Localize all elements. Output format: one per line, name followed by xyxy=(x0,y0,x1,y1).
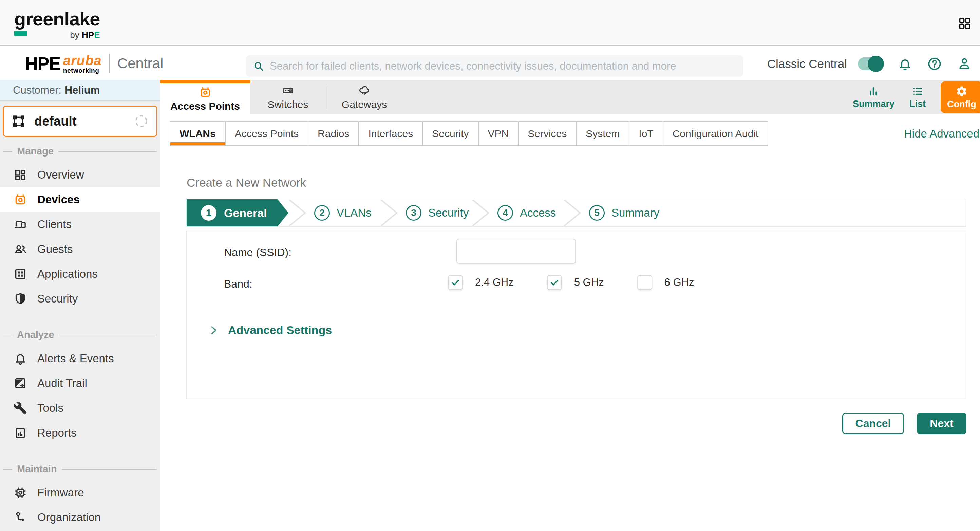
band-label: Band: xyxy=(224,278,253,290)
sidebar-item-devices[interactable]: Devices xyxy=(0,187,160,212)
view-label: Config xyxy=(947,99,976,110)
sidebar-item-label: Overview xyxy=(37,168,84,181)
wizard-step-security[interactable]: 3 Security xyxy=(399,199,472,226)
step-label: VLANs xyxy=(337,206,372,219)
wizard-separator xyxy=(380,199,399,226)
subtab-wlans[interactable]: WLANs xyxy=(170,121,226,146)
page-title: Create a New Network xyxy=(187,176,306,190)
wizard-separator xyxy=(563,199,582,226)
wizard-separator xyxy=(472,199,491,226)
device-tabs-row: Access Points Switches xyxy=(160,80,980,115)
tab-access-points[interactable]: Access Points xyxy=(160,80,250,115)
subtab-services[interactable]: Services xyxy=(519,121,576,146)
list-view-button[interactable]: List xyxy=(909,86,926,109)
gear-icon xyxy=(956,85,968,97)
wizard-step-summary[interactable]: 5 Summary xyxy=(582,199,655,226)
applications-icon xyxy=(14,267,27,281)
search-icon xyxy=(253,61,264,72)
subtab-vpn[interactable]: VPN xyxy=(479,121,519,146)
subtab-system[interactable]: System xyxy=(576,121,630,146)
hide-advanced-link[interactable]: Hide Advanced xyxy=(904,121,979,146)
subtab-radios[interactable]: Radios xyxy=(309,121,359,146)
band-options: 2.4 GHz 5 GHz xyxy=(448,275,727,290)
sidebar-item-security[interactable]: Security xyxy=(0,286,160,311)
gateway-cloud-icon xyxy=(358,84,371,97)
sidebar-item-label: Clients xyxy=(37,218,72,231)
config-view-button[interactable]: Config xyxy=(941,81,980,113)
band-option-label: 5 GHz xyxy=(574,276,604,289)
wrench-icon xyxy=(14,401,27,415)
hpe-aruba-logo: HPE aruba networking Central xyxy=(25,53,163,74)
subtab-label: System xyxy=(586,128,620,140)
hpe-logo-text: HPE xyxy=(25,53,60,74)
list-icon xyxy=(912,86,923,97)
subtab-access-points[interactable]: Access Points xyxy=(226,121,309,146)
wizard-actions: Cancel Next xyxy=(842,413,966,434)
app-grid-icon[interactable] xyxy=(958,16,972,30)
sidebar-item-label: Guests xyxy=(37,243,73,256)
step-number: 2 xyxy=(314,205,330,221)
global-search[interactable] xyxy=(246,55,743,77)
sidebar-item-firmware[interactable]: Firmware xyxy=(0,480,160,505)
sidebar-item-tools[interactable]: Tools xyxy=(0,395,160,420)
sidebar-item-label: Audit Trail xyxy=(37,377,87,390)
bell-icon[interactable] xyxy=(898,57,912,71)
sidebar-item-guests[interactable]: Guests xyxy=(0,237,160,262)
band-2-4ghz-checkbox[interactable] xyxy=(448,275,463,290)
wizard-step-access[interactable]: 4 Access xyxy=(491,199,563,226)
step-number: 3 xyxy=(406,205,422,221)
band-option-label: 2.4 GHz xyxy=(475,276,514,289)
sidebar-item-reports[interactable]: Reports xyxy=(0,420,160,445)
sidebar-item-label: Organization xyxy=(37,511,101,524)
audit-trail-icon xyxy=(14,376,27,390)
help-icon[interactable] xyxy=(927,56,942,71)
header-divider xyxy=(109,54,110,73)
sidebar-item-applications[interactable]: Applications xyxy=(0,262,160,286)
group-selector[interactable]: default xyxy=(3,105,158,137)
access-point-icon xyxy=(199,86,212,99)
sidebar-item-alerts-events[interactable]: Alerts & Events xyxy=(0,346,160,371)
classic-central-label: Classic Central xyxy=(767,57,847,71)
classic-central-toggle[interactable] xyxy=(858,57,883,70)
wizard-step-general[interactable]: 1 General xyxy=(187,199,288,226)
section-label-text: Analyze xyxy=(17,329,54,341)
band-6ghz-checkbox[interactable] xyxy=(637,275,652,290)
cancel-button[interactable]: Cancel xyxy=(842,413,904,434)
subtab-label: Configuration Audit xyxy=(673,128,759,140)
band-option-label: 6 GHz xyxy=(664,276,694,289)
bar-chart-icon xyxy=(868,86,879,97)
customer-label: Customer: xyxy=(13,84,61,96)
step-label: Security xyxy=(428,206,469,219)
subtab-configuration-audit[interactable]: Configuration Audit xyxy=(663,121,768,146)
advanced-settings-toggle[interactable]: Advanced Settings xyxy=(208,324,332,337)
sidebar-item-label: Devices xyxy=(37,193,80,206)
sidebar-item-organization[interactable]: Organization xyxy=(0,505,160,529)
sidebar-item-label: Applications xyxy=(37,268,98,281)
sidebar-item-clients[interactable]: Clients xyxy=(0,212,160,237)
report-clipboard-icon xyxy=(14,426,27,440)
wizard-step-vlans[interactable]: 2 VLANs xyxy=(307,199,380,226)
sidebar-item-overview[interactable]: Overview xyxy=(0,162,160,187)
summary-view-button[interactable]: Summary xyxy=(853,86,894,109)
central-header: HPE aruba networking Central Classic Cen… xyxy=(0,47,980,80)
next-button[interactable]: Next xyxy=(917,413,966,434)
tab-gateways[interactable]: Gateways xyxy=(326,80,402,115)
ssid-input[interactable] xyxy=(457,239,576,264)
subtab-interfaces[interactable]: Interfaces xyxy=(359,121,423,146)
tab-label: Gateways xyxy=(342,99,387,110)
ssid-label: Name (SSID): xyxy=(224,246,291,259)
sidebar-section-maintain: Maintain Firmware xyxy=(0,464,160,529)
chip-icon xyxy=(14,486,27,499)
sidebar-item-label: Tools xyxy=(37,402,64,415)
step-number: 1 xyxy=(201,205,216,221)
subtab-iot[interactable]: IoT xyxy=(630,121,663,146)
section-label-text: Manage xyxy=(17,146,54,157)
shield-icon xyxy=(14,292,27,306)
user-icon[interactable] xyxy=(957,56,972,71)
subtab-security[interactable]: Security xyxy=(423,121,479,146)
search-input[interactable] xyxy=(270,60,737,72)
sidebar-item-audit-trail[interactable]: Audit Trail xyxy=(0,371,160,395)
tab-switches[interactable]: Switches xyxy=(250,80,326,115)
band-5ghz-checkbox[interactable] xyxy=(547,275,562,290)
greenlake-logo-byline: by HPE xyxy=(70,30,100,40)
